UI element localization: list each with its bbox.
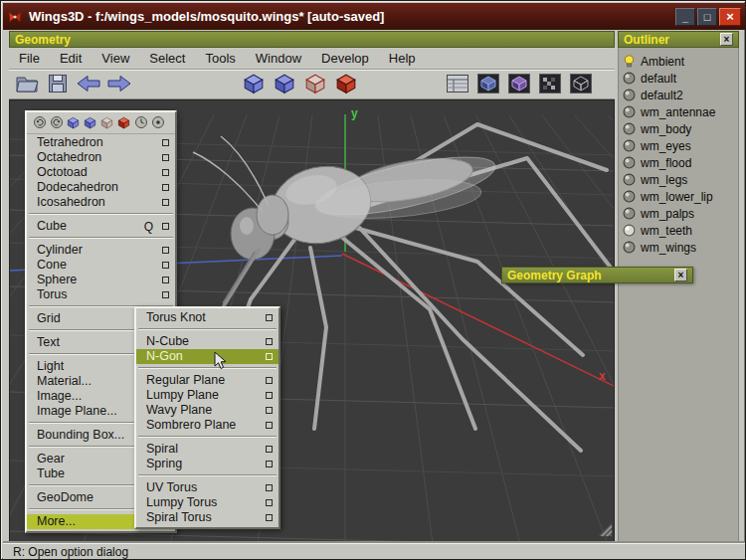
option-box[interactable] bbox=[162, 223, 169, 230]
menu-item-label: Octahedron bbox=[37, 150, 101, 165]
maximize-button[interactable]: □ bbox=[697, 8, 717, 26]
geometry-graph-titlebar[interactable]: Geometry Graph × bbox=[501, 267, 693, 283]
menu-item-icosahedron[interactable]: Icosahedron bbox=[27, 195, 175, 210]
submenu-item-sombrero-plane[interactable]: Sombrero Plane bbox=[136, 418, 279, 433]
repeat-icon bbox=[151, 115, 165, 133]
option-box[interactable] bbox=[162, 199, 169, 206]
geometry-graph-close-button[interactable]: × bbox=[674, 269, 687, 281]
submenu-item-torus-knot[interactable]: Torus Knot bbox=[136, 310, 279, 325]
menu-item-cylinder[interactable]: Cylinder bbox=[27, 243, 175, 258]
submenu-item-wavy-plane[interactable]: Wavy Plane bbox=[136, 403, 279, 418]
option-box[interactable] bbox=[266, 484, 273, 491]
option-box[interactable] bbox=[162, 277, 169, 283]
save-button[interactable] bbox=[44, 74, 71, 97]
face-mini-button[interactable] bbox=[99, 116, 114, 131]
option-box[interactable] bbox=[266, 446, 273, 453]
submenu-item-regular-plane[interactable]: Regular Plane bbox=[136, 373, 279, 388]
body-mode-button[interactable] bbox=[332, 74, 359, 97]
outliner-item-ambient[interactable]: Ambient bbox=[619, 53, 738, 70]
outliner-item-wm-wings[interactable]: wm_wings bbox=[619, 239, 738, 256]
outliner-item-default[interactable]: default bbox=[619, 70, 738, 87]
vertex-mode-button[interactable] bbox=[240, 74, 267, 97]
titlebar[interactable]: Wings3D - f:/wings_models/mosquito.wings… bbox=[3, 3, 745, 30]
outliner-item-default2[interactable]: default2 bbox=[619, 87, 738, 103]
menubar-item-select[interactable]: Select bbox=[139, 48, 195, 70]
option-box[interactable] bbox=[162, 184, 169, 191]
geometry-graph-button[interactable] bbox=[444, 74, 470, 97]
textured-view-button[interactable] bbox=[536, 74, 563, 97]
outliner-item-wm-lower-lip[interactable]: wm_lower_lip bbox=[619, 188, 738, 205]
menu-item-cube[interactable]: CubeQ bbox=[27, 219, 175, 234]
submenu-item-spring[interactable]: Spring bbox=[136, 457, 279, 471]
outliner-item-wm-legs[interactable]: wm_legs bbox=[619, 171, 738, 188]
submenu-item-uv-torus[interactable]: UV Torus bbox=[136, 480, 279, 495]
option-box[interactable] bbox=[266, 338, 273, 345]
minimize-button[interactable]: _ bbox=[675, 8, 695, 26]
viewport-resize-grip[interactable] bbox=[598, 522, 613, 541]
menubar-item-develop[interactable]: Develop bbox=[311, 48, 379, 70]
option-box[interactable] bbox=[162, 169, 169, 176]
smooth-view-button[interactable] bbox=[505, 74, 532, 97]
geometry-panel-header[interactable]: Geometry bbox=[9, 31, 615, 48]
close-button[interactable]: × bbox=[719, 8, 741, 26]
forward-arrow-button[interactable] bbox=[105, 74, 132, 97]
option-box[interactable] bbox=[162, 154, 169, 161]
option-box[interactable] bbox=[266, 377, 273, 384]
menubar-item-edit[interactable]: Edit bbox=[50, 48, 92, 70]
back-arrow-button[interactable] bbox=[75, 74, 101, 97]
option-box[interactable] bbox=[266, 392, 273, 399]
menu-item-tetrahedron[interactable]: Tetrahedron bbox=[27, 135, 175, 150]
menubar-item-window[interactable]: Window bbox=[246, 48, 311, 70]
outliner-item-wm-palps[interactable]: wm_palps bbox=[619, 205, 738, 222]
option-box[interactable] bbox=[266, 407, 273, 414]
submenu-item-lumpy-plane[interactable]: Lumpy Plane bbox=[136, 388, 279, 403]
submenu-item-spiral[interactable]: Spiral bbox=[136, 442, 279, 457]
menu-item-label: Image... bbox=[37, 389, 82, 404]
shaded-view-button[interactable] bbox=[474, 74, 501, 97]
outliner-item-wm-teeth[interactable]: wm_teeth bbox=[619, 222, 738, 239]
wireframe-view-button[interactable] bbox=[567, 74, 594, 97]
menu-item-sphere[interactable]: Sphere bbox=[27, 273, 175, 287]
face-mode-button[interactable] bbox=[301, 74, 328, 97]
undo-button[interactable] bbox=[32, 116, 47, 131]
option-box[interactable] bbox=[162, 247, 169, 254]
outliner-item-wm-flood[interactable]: wm_flood bbox=[619, 154, 738, 171]
menubar-item-help[interactable]: Help bbox=[379, 48, 426, 70]
option-box[interactable] bbox=[162, 262, 169, 269]
vertex-mini-button[interactable] bbox=[66, 116, 81, 131]
menu-item-torus[interactable]: Torus bbox=[27, 287, 175, 302]
submenu-item-lumpy-torus[interactable]: Lumpy Torus bbox=[136, 495, 279, 510]
submenu-item-spiral-torus[interactable]: Spiral Torus bbox=[136, 510, 279, 525]
outliner-panel-header[interactable]: Outliner × bbox=[618, 31, 739, 48]
menu-item-octotoad[interactable]: Octotoad bbox=[27, 165, 175, 180]
submenu-item-n-gon[interactable]: N-Gon bbox=[136, 349, 279, 364]
clock-button[interactable] bbox=[133, 116, 148, 131]
option-box[interactable] bbox=[266, 514, 273, 521]
menubar-item-file[interactable]: File bbox=[9, 48, 50, 70]
menu-item-label: Tetrahedron bbox=[37, 135, 103, 150]
outliner-item-wm-antennae[interactable]: wm_antennae bbox=[619, 103, 738, 120]
material-light-icon bbox=[623, 224, 636, 237]
outliner-item-wm-eyes[interactable]: wm_eyes bbox=[619, 137, 738, 154]
option-box[interactable] bbox=[266, 422, 273, 429]
menu-item-octahedron[interactable]: Octahedron bbox=[27, 150, 175, 165]
option-box[interactable] bbox=[266, 314, 273, 321]
body-mini-button[interactable] bbox=[116, 116, 131, 131]
outliner-close-button[interactable]: × bbox=[720, 33, 733, 46]
outliner-item-wm-body[interactable]: wm_body bbox=[619, 120, 738, 137]
menubar-item-tools[interactable]: Tools bbox=[195, 48, 245, 70]
option-box[interactable] bbox=[162, 139, 169, 146]
menu-item-dodecahedron[interactable]: Dodecahedron bbox=[27, 180, 175, 195]
option-box[interactable] bbox=[266, 353, 273, 360]
menu-item-cone[interactable]: Cone bbox=[27, 258, 175, 273]
submenu-item-n-cube[interactable]: N-Cube bbox=[136, 334, 279, 349]
menubar-item-view[interactable]: View bbox=[92, 48, 139, 70]
edge-mini-button[interactable] bbox=[83, 116, 97, 131]
redo-button[interactable] bbox=[49, 116, 64, 131]
repeat-button[interactable] bbox=[150, 116, 165, 131]
open-folder-button[interactable] bbox=[13, 74, 40, 97]
option-box[interactable] bbox=[266, 499, 273, 506]
option-box[interactable] bbox=[266, 461, 273, 467]
option-box[interactable] bbox=[162, 291, 169, 298]
edge-mode-button[interactable] bbox=[271, 74, 297, 97]
